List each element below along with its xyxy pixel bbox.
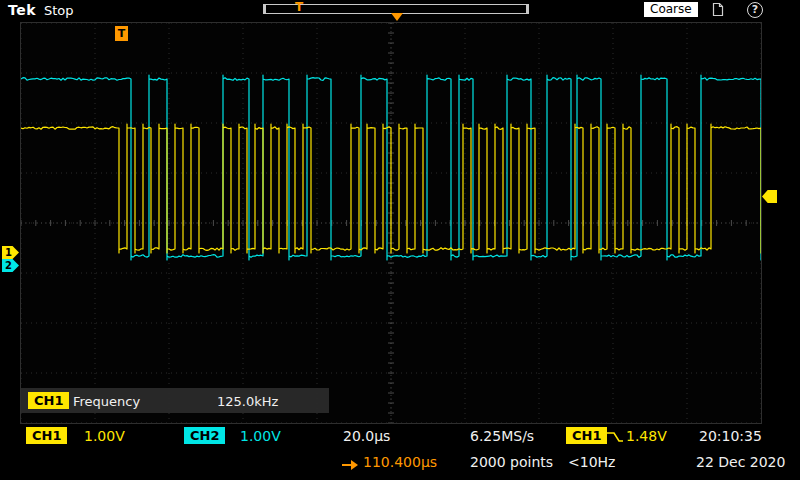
date-readout: 22 Dec 2020: [696, 454, 785, 470]
sample-rate-readout: 6.25MS/s: [470, 428, 534, 444]
help-icon[interactable]: ?: [747, 2, 763, 18]
ch1-reference-marker[interactable]: 1: [2, 246, 19, 259]
clock-time: 20:10:35: [699, 428, 762, 444]
ch2-badge: CH2: [184, 427, 225, 444]
trigger-time-flag[interactable]: T: [115, 26, 128, 41]
trigger-level-marker[interactable]: [762, 190, 777, 203]
horizontal-delay-readout: 110.400µs: [363, 454, 437, 470]
ch1-scale: 1.00V: [84, 428, 125, 444]
ch1-waveform: [21, 124, 761, 253]
ch1-badge: CH1: [26, 427, 67, 444]
coarse-button[interactable]: Coarse: [644, 2, 698, 17]
trigger-position-icon[interactable]: [391, 13, 403, 21]
document-icon: [711, 2, 725, 17]
tek-logo: Tek: [8, 2, 36, 18]
graticule: T: [20, 22, 762, 424]
trigger-frequency-readout: <10Hz: [568, 454, 615, 470]
measurement-box: CH1 Frequency 125.0kHz: [21, 388, 329, 413]
measurement-value: 125.0kHz: [217, 394, 278, 409]
timebase-readout: 20.0µs: [343, 428, 390, 444]
acquisition-status: Stop: [44, 3, 74, 18]
oscilloscope-screen: Tek Stop T Coarse ? T 1 2 CH1 Frequency …: [0, 0, 800, 480]
ch2-reference-marker[interactable]: 2: [2, 259, 19, 272]
falling-edge-icon: [606, 429, 624, 448]
measurement-name: Frequency: [73, 394, 140, 409]
measurement-channel-badge: CH1: [28, 392, 69, 409]
waveform-display: [21, 23, 761, 423]
record-trigger-marker: T: [295, 0, 303, 14]
ch2-scale: 1.00V: [240, 428, 281, 444]
trigger-level-readout: 1.48V: [626, 428, 667, 444]
trigger-source-badge: CH1: [566, 427, 607, 444]
record-length-readout: 2000 points: [470, 454, 553, 470]
delay-arrow-icon: [341, 456, 359, 475]
